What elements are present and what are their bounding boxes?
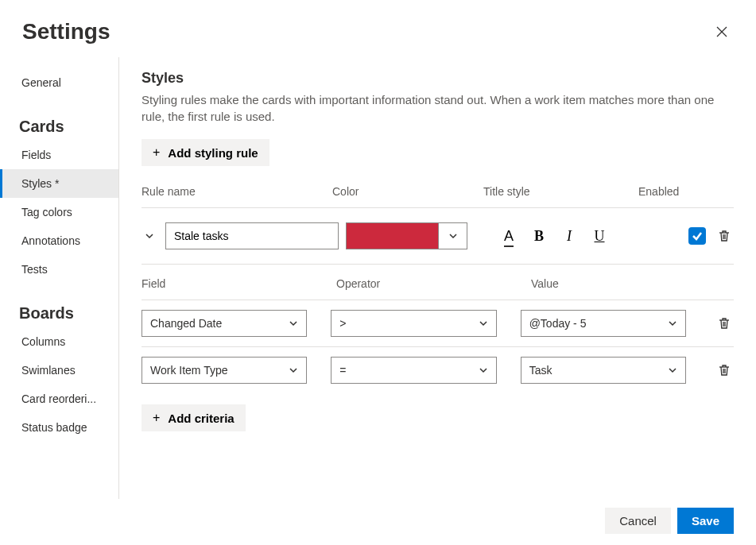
- value-select[interactable]: @Today - 5: [521, 310, 686, 337]
- operator-value: >: [339, 317, 346, 330]
- value-value: @Today - 5: [529, 317, 587, 330]
- delete-rule-button[interactable]: [715, 226, 734, 245]
- main-content: Styles Styling rules make the cards with…: [119, 57, 756, 499]
- operator-value: =: [339, 364, 346, 377]
- criteria-row: Work Item Type = Task: [142, 346, 734, 393]
- chevron-down-icon: [448, 231, 458, 241]
- field-select[interactable]: Changed Date: [142, 310, 307, 337]
- value-select[interactable]: Task: [521, 357, 686, 384]
- enabled-checkbox[interactable]: [688, 227, 706, 245]
- add-rule-label: Add styling rule: [168, 146, 258, 160]
- col-value: Value: [531, 277, 706, 290]
- expand-toggle[interactable]: [142, 228, 157, 244]
- col-enabled: Enabled: [638, 185, 742, 198]
- sidebar-item-swimlanes[interactable]: Swimlanes: [0, 356, 118, 385]
- criteria-row: Changed Date > @Today - 5: [142, 300, 734, 346]
- sidebar-item-styles[interactable]: Styles *: [0, 169, 118, 198]
- font-color-icon: A: [504, 228, 514, 245]
- delete-criteria-button[interactable]: [715, 314, 734, 333]
- section-heading: Styles: [142, 70, 734, 87]
- sidebar-item-tests[interactable]: Tests: [0, 255, 118, 284]
- field-value: Changed Date: [150, 317, 222, 330]
- cancel-button[interactable]: Cancel: [605, 508, 671, 534]
- color-picker[interactable]: [346, 222, 467, 249]
- col-rule-name: Rule name: [142, 185, 332, 198]
- trash-icon: [718, 230, 731, 242]
- color-dropdown[interactable]: [438, 223, 467, 249]
- sidebar-item-general[interactable]: General: [0, 70, 118, 97]
- add-criteria-label: Add criteria: [168, 412, 234, 425]
- close-icon: [716, 26, 727, 37]
- underline-button[interactable]: U: [590, 226, 609, 245]
- page-title: Settings: [22, 19, 110, 44]
- sidebar-section-cards: Cards: [0, 111, 118, 141]
- italic-button[interactable]: I: [560, 226, 579, 245]
- save-button[interactable]: Save: [677, 508, 734, 534]
- add-styling-rule-button[interactable]: + Add styling rule: [142, 139, 269, 166]
- chevron-down-icon: [479, 319, 488, 328]
- close-button[interactable]: [710, 20, 734, 44]
- col-field: Field: [142, 277, 336, 290]
- sidebar-item-annotations[interactable]: Annotations: [0, 226, 118, 255]
- value-value: Task: [529, 364, 552, 377]
- chevron-down-icon: [145, 231, 154, 241]
- sidebar-section-boards: Boards: [0, 298, 118, 327]
- operator-select[interactable]: =: [331, 357, 496, 384]
- chevron-down-icon: [289, 365, 298, 375]
- trash-icon: [718, 317, 731, 330]
- sidebar-item-status-badge[interactable]: Status badge: [0, 413, 118, 442]
- font-color-button[interactable]: A: [499, 226, 518, 245]
- sidebar: General Cards Fields Styles * Tag colors…: [0, 57, 119, 499]
- chevron-down-icon: [289, 319, 298, 328]
- chevron-down-icon: [668, 319, 677, 328]
- section-description: Styling rules make the cards with import…: [142, 91, 734, 125]
- add-criteria-button[interactable]: + Add criteria: [142, 404, 246, 431]
- col-operator: Operator: [336, 277, 531, 290]
- plus-icon: +: [153, 145, 160, 160]
- color-swatch: [347, 223, 438, 249]
- chevron-down-icon: [479, 365, 488, 375]
- sidebar-item-fields[interactable]: Fields: [0, 141, 118, 169]
- delete-criteria-button[interactable]: [715, 361, 734, 380]
- plus-icon: +: [153, 411, 160, 425]
- operator-select[interactable]: >: [331, 310, 496, 337]
- check-icon: [692, 230, 703, 242]
- field-value: Work Item Type: [150, 364, 228, 377]
- sidebar-item-tag-colors[interactable]: Tag colors: [0, 198, 118, 226]
- sidebar-item-card-reordering[interactable]: Card reorderi...: [0, 385, 118, 413]
- chevron-down-icon: [668, 365, 677, 375]
- bold-button[interactable]: B: [529, 226, 549, 245]
- rule-row: A B I U: [142, 207, 734, 265]
- field-select[interactable]: Work Item Type: [142, 357, 307, 384]
- col-color: Color: [332, 185, 483, 198]
- rule-name-input[interactable]: [165, 222, 339, 249]
- sidebar-item-columns[interactable]: Columns: [0, 327, 118, 356]
- col-title-style: Title style: [483, 185, 638, 198]
- trash-icon: [718, 364, 731, 377]
